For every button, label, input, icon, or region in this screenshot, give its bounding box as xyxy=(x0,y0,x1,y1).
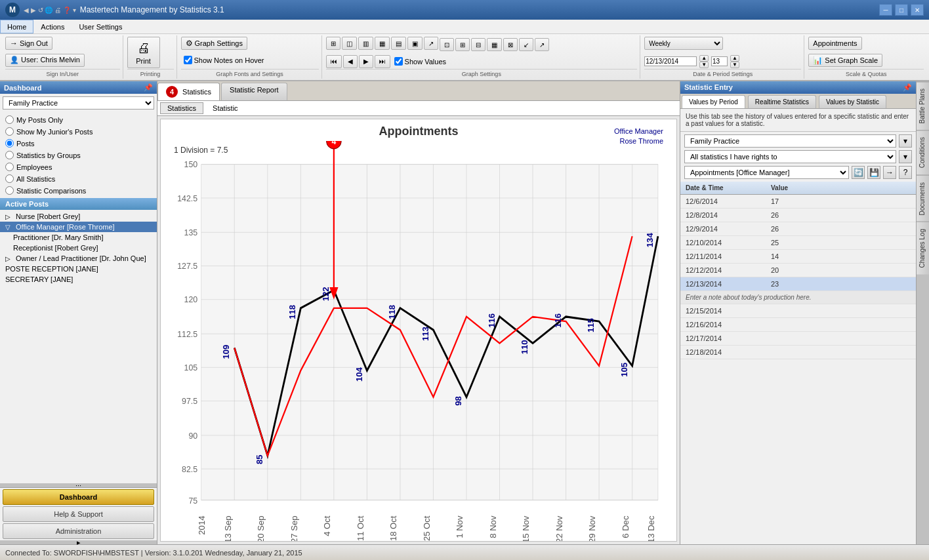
practice-dropdown[interactable]: Family Practice xyxy=(3,96,154,110)
set-graph-scale-button[interactable]: 📊 Set Graph Scale xyxy=(808,54,882,67)
data-row[interactable]: 12/17/2014 xyxy=(680,332,916,346)
filter-select-arrow[interactable]: ▾ xyxy=(899,150,912,163)
my-posts-only-item[interactable]: My Posts Only xyxy=(5,115,152,125)
show-juniors-item[interactable]: Show My Junior's Posts xyxy=(5,127,152,136)
subtab-statistics[interactable]: Statistics xyxy=(160,102,203,114)
appointments-button[interactable]: Appointments xyxy=(808,37,861,50)
date-down[interactable]: ▼ xyxy=(699,62,709,68)
title-bar-controls[interactable]: ─ □ ✕ xyxy=(879,4,924,16)
dashboard-nav-button[interactable]: Dashboard xyxy=(3,489,154,505)
data-row[interactable]: 12/11/2014 14 xyxy=(680,250,916,264)
user-button[interactable]: 👤 User: Chris Melvin xyxy=(5,54,85,67)
tree-owner[interactable]: ▷ Owner / Lead Practitioner [Dr. John Qu… xyxy=(0,253,157,264)
data-row[interactable]: 12/18/2014 xyxy=(680,346,916,359)
sidebar-bottom-arrow[interactable]: ▸ xyxy=(0,540,157,544)
chart-opt-2[interactable]: ⊞ xyxy=(455,38,470,51)
posts-radio[interactable] xyxy=(5,139,14,148)
tab-statistics[interactable]: 4 Statistics xyxy=(157,83,220,100)
practice-select[interactable]: Family Practice xyxy=(684,134,896,148)
show-values-checkbox-label[interactable]: Show Values xyxy=(392,56,449,66)
tab-values-by-statistic[interactable]: Values by Statistic xyxy=(819,95,886,108)
chart-opt-5[interactable]: ⊠ xyxy=(503,38,518,51)
show-notes-checkbox-label[interactable]: Show Notes on Hover xyxy=(181,55,267,65)
employees-radio[interactable] xyxy=(5,163,14,171)
data-row[interactable]: 12/8/2014 26 xyxy=(680,209,916,222)
chart-opt-3[interactable]: ⊟ xyxy=(471,38,485,51)
chart-opt-7[interactable]: ↗ xyxy=(535,38,549,51)
statistic-help-btn[interactable]: ? xyxy=(899,166,912,179)
statistic-save-btn[interactable]: 💾 xyxy=(867,166,880,179)
tree-secretary[interactable]: SECRETARY [JANE] xyxy=(0,274,157,285)
note-row[interactable]: Enter a note about today's production he… xyxy=(680,291,916,304)
data-row[interactable]: 12/15/2014 xyxy=(680,304,916,318)
data-row[interactable]: 12/10/2014 25 xyxy=(680,236,916,250)
data-row-selected[interactable]: 12/13/2014 23 xyxy=(680,277,916,291)
statistic-refresh-btn[interactable]: 🔄 xyxy=(852,166,865,179)
chart-opt-1[interactable]: ⊡ xyxy=(440,38,454,51)
statistic-comparisons-item[interactable]: Statistic Comparisons xyxy=(5,186,152,195)
tree-practitioner[interactable]: Practitioner [Dr. Mary Smith] xyxy=(0,232,157,243)
close-button[interactable]: ✕ xyxy=(911,4,924,16)
period-up[interactable]: ▲ xyxy=(730,55,739,62)
menu-user-settings[interactable]: User Settings xyxy=(72,20,129,33)
chart-type-3[interactable]: ▥ xyxy=(358,37,373,50)
date-up[interactable]: ▲ xyxy=(699,55,709,62)
filter-select[interactable]: All statistics I have rights to xyxy=(684,150,896,163)
minimize-button[interactable]: ─ xyxy=(879,4,892,16)
tab-values-by-period[interactable]: Values by Period xyxy=(682,95,745,108)
stats-groups-radio[interactable] xyxy=(5,151,14,159)
chart-type-5[interactable]: ▤ xyxy=(391,37,406,50)
tree-receptionist[interactable]: Receptionist [Robert Grey] xyxy=(0,243,157,253)
my-posts-only-radio[interactable] xyxy=(5,115,14,124)
period-down[interactable]: ▼ xyxy=(730,62,739,68)
vertical-tab-documents[interactable]: Documents xyxy=(917,175,929,222)
all-statistics-item[interactable]: All Statistics xyxy=(5,174,152,184)
vertical-tab-conditions[interactable]: Conditions xyxy=(917,130,929,174)
nav-back[interactable]: ◀ xyxy=(343,55,358,68)
chart-type-2[interactable]: ◫ xyxy=(342,37,357,50)
chart-type-4[interactable]: ▦ xyxy=(375,37,390,50)
tab-realtime-statistics[interactable]: Realtime Statistics xyxy=(748,95,816,108)
statistic-comparisons-radio[interactable] xyxy=(5,186,14,195)
practice-select-arrow[interactable]: ▾ xyxy=(899,134,912,148)
tree-poste[interactable]: POSTE RECEPTION [JANE] xyxy=(0,264,157,274)
employees-item[interactable]: Employees xyxy=(5,162,152,172)
chart-type-7[interactable]: ↗ xyxy=(424,37,438,50)
menu-home[interactable]: Home xyxy=(0,20,33,33)
print-button[interactable]: 🖨 Print xyxy=(127,37,160,68)
stats-groups-item[interactable]: Statistics by Groups xyxy=(5,150,152,160)
menu-actions[interactable]: Actions xyxy=(33,20,72,33)
date-input[interactable] xyxy=(644,56,697,66)
period-num-input[interactable] xyxy=(711,56,728,66)
data-row[interactable]: 12/9/2014 26 xyxy=(680,222,916,236)
sidebar-pin-icon[interactable]: 📌 xyxy=(144,83,153,92)
show-values-checkbox[interactable] xyxy=(394,57,403,66)
show-notes-checkbox[interactable] xyxy=(184,56,192,64)
statistic-select[interactable]: Appointments [Office Manager] xyxy=(684,166,849,179)
data-row[interactable]: 12/6/2014 17 xyxy=(680,195,916,209)
tab-statistic-report[interactable]: Statistic Report xyxy=(221,83,287,100)
show-juniors-radio[interactable] xyxy=(5,127,14,136)
data-row[interactable]: 12/16/2014 xyxy=(680,318,916,332)
period-select[interactable]: Weekly xyxy=(644,37,723,50)
subtab-statistic[interactable]: Statistic xyxy=(205,102,245,114)
maximize-button[interactable]: □ xyxy=(895,4,908,16)
chart-type-6[interactable]: ▣ xyxy=(407,37,423,50)
tree-nurse[interactable]: ▷ Nurse [Robert Grey] xyxy=(0,211,157,222)
graph-settings-button[interactable]: ⚙ Graph Settings xyxy=(181,37,247,50)
vertical-tab-changes-log[interactable]: Changes Log xyxy=(917,222,929,275)
all-statistics-radio[interactable] xyxy=(5,174,14,183)
vertical-tab-battle-plans[interactable]: Battle Plans xyxy=(917,81,929,130)
chart-type-1[interactable]: ⊞ xyxy=(326,37,341,50)
statistic-goto-btn[interactable]: → xyxy=(883,166,896,179)
help-support-nav-button[interactable]: Help & Support xyxy=(3,506,154,522)
chart-opt-6[interactable]: ↙ xyxy=(519,38,533,51)
administration-nav-button[interactable]: Administration xyxy=(3,523,154,539)
right-panel-pin-icon[interactable]: 📌 xyxy=(903,83,912,92)
chart-opt-4[interactable]: ▦ xyxy=(487,38,502,51)
posts-item[interactable]: Posts xyxy=(5,138,152,148)
data-row[interactable]: 12/12/2014 20 xyxy=(680,264,916,277)
sign-out-button[interactable]: → Sign Out xyxy=(5,37,52,50)
tree-office-manager[interactable]: ▽ Office Manager [Rose Throme] xyxy=(0,222,157,232)
nav-back-start[interactable]: ⏮ xyxy=(326,55,342,68)
